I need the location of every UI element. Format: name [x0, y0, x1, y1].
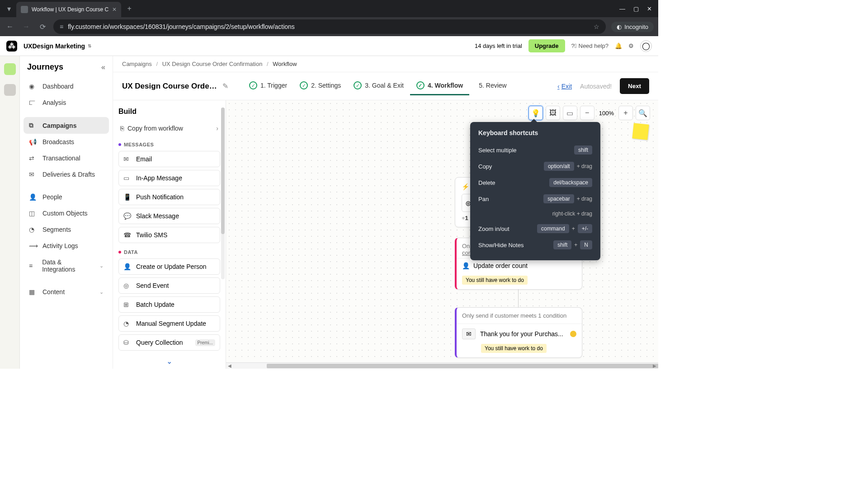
- build-item-push[interactable]: 📱Push Notification: [118, 189, 220, 205]
- build-item-email[interactable]: ✉Email: [118, 151, 220, 167]
- sidebar-item-activity-logs[interactable]: ⟿Activity Logs: [24, 238, 109, 254]
- sidebar-item-analysis[interactable]: ⫍Analysis: [24, 94, 109, 111]
- step-trigger[interactable]: ✓1. Trigger: [243, 77, 293, 95]
- build-item-create-person[interactable]: 👤Create or Update Person: [118, 258, 220, 275]
- shortcuts-button[interactable]: 💡: [528, 106, 543, 120]
- autosaved-status: Autosaved!: [576, 83, 615, 90]
- close-tab-icon[interactable]: ✕: [112, 6, 117, 13]
- page-header: UX Design Course Order Confir... ✎ ✓1. T…: [113, 72, 658, 100]
- search-button[interactable]: 🔍: [636, 106, 650, 120]
- sidebar-item-people[interactable]: 👤People: [24, 189, 109, 205]
- back-button[interactable]: ←: [5, 23, 15, 31]
- sidebar-item-content[interactable]: ▦Content⌄: [24, 284, 109, 300]
- sidebar-item-transactional[interactable]: ⇄Transactional: [24, 150, 109, 166]
- forward-button[interactable]: →: [21, 23, 32, 31]
- reload-button[interactable]: ⟳: [37, 23, 48, 31]
- keycap: del/backspace: [549, 178, 592, 187]
- step-review[interactable]: 5. Review: [469, 77, 513, 95]
- condition-link[interactable]: 1 condition: [538, 312, 566, 319]
- build-item-label: Query Collection: [136, 339, 183, 346]
- url-input[interactable]: ≡ fly.customer.io/workspaces/160831/jour…: [53, 19, 606, 34]
- build-item-query-collection[interactable]: ⛁Query CollectionPremi...: [118, 334, 220, 351]
- build-item-inapp[interactable]: ▭In-App Message: [118, 170, 220, 186]
- horizontal-scrollbar[interactable]: ◀ ▶: [226, 362, 658, 369]
- zoom-in-button[interactable]: +: [618, 106, 633, 120]
- expand-more-button[interactable]: ⌄: [118, 353, 220, 369]
- step-workflow[interactable]: ✓4. Workflow: [410, 77, 469, 95]
- image-button[interactable]: 🖼: [546, 106, 560, 120]
- gauge-icon: ◉: [29, 83, 37, 90]
- build-item-label: Slack Message: [136, 212, 179, 220]
- upgrade-button[interactable]: Upgrade: [528, 39, 565, 52]
- workspace-switcher[interactable]: UXDesign Marketing ⇅: [24, 42, 91, 50]
- breadcrumb-campaigns[interactable]: Campaigns: [122, 61, 152, 67]
- chevron-left-icon: ‹: [557, 83, 560, 90]
- build-item-send-event[interactable]: ◎Send Event: [118, 277, 220, 294]
- tab-list-dropdown[interactable]: ▾: [4, 3, 14, 14]
- rail-journeys-icon[interactable]: [4, 63, 16, 75]
- sidebar-item-deliveries[interactable]: ✉Deliveries & Drafts: [24, 166, 109, 183]
- build-item-segment-update[interactable]: ◔Manual Segment Update: [118, 315, 220, 332]
- sidebar-item-data-integrations[interactable]: ≡Data & Integrations⌄: [24, 254, 109, 277]
- browser-tab[interactable]: Workflow | UX Design Course C ✕: [16, 2, 121, 17]
- maximize-icon[interactable]: ▢: [633, 5, 639, 12]
- site-info-icon[interactable]: ≡: [60, 23, 63, 30]
- sidebar-item-broadcasts[interactable]: 📢Broadcasts: [24, 134, 109, 150]
- step-label: 4. Workflow: [428, 82, 463, 89]
- minimize-icon[interactable]: ―: [619, 5, 625, 12]
- sticky-note[interactable]: [632, 123, 649, 140]
- email-icon: ✉: [123, 155, 132, 163]
- scroll-right-icon[interactable]: ▶: [653, 363, 656, 368]
- panel-scrollbar[interactable]: [221, 108, 225, 279]
- app-logo[interactable]: ⁂: [6, 41, 17, 52]
- person-icon: 👤: [462, 262, 470, 269]
- keycap: shift: [574, 145, 592, 155]
- scroll-left-icon[interactable]: ◀: [228, 363, 231, 368]
- incognito-badge[interactable]: ◐ Incognito: [611, 22, 654, 32]
- sidebar-item-label: Transactional: [42, 155, 80, 162]
- avatar[interactable]: ◯: [640, 40, 652, 52]
- sidebar-item-custom-objects[interactable]: ◫Custom Objects: [24, 205, 109, 221]
- note-button[interactable]: ▭: [563, 106, 577, 120]
- zoom-level: 100%: [597, 110, 616, 117]
- breadcrumb-campaign-name[interactable]: UX Design Course Order Confirmation: [162, 61, 263, 67]
- bookmark-icon[interactable]: ☆: [594, 23, 599, 30]
- sidebar-item-label: Deliveries & Drafts: [42, 171, 95, 178]
- sidebar-item-label: Segments: [42, 226, 71, 233]
- email-node[interactable]: Only send if customer meets 1 condition …: [455, 307, 582, 358]
- sidebar: Journeys « ◉Dashboard ⫍Analysis ⧉Campaig…: [20, 56, 113, 369]
- build-item-slack[interactable]: 💬Slack Message: [118, 208, 220, 224]
- keycap: N: [580, 240, 592, 249]
- transactional-icon: ⇄: [29, 155, 37, 162]
- exit-link[interactable]: ‹Exit: [557, 83, 572, 90]
- edit-title-icon[interactable]: ✎: [222, 82, 228, 90]
- product-rail: [0, 56, 20, 369]
- people-icon: 👤: [29, 193, 37, 201]
- objects-icon: ◫: [29, 210, 37, 217]
- favicon: [21, 6, 28, 13]
- notifications-icon[interactable]: 🔔: [615, 42, 622, 49]
- build-item-twilio[interactable]: ☎Twilio SMS: [118, 227, 220, 243]
- main-content: Campaigns / UX Design Course Order Confi…: [113, 56, 658, 369]
- breadcrumb-current: Workflow: [273, 61, 297, 67]
- step-goal-exit[interactable]: ✓3. Goal & Exit: [347, 77, 410, 95]
- step-settings[interactable]: ✓2. Settings: [293, 77, 347, 95]
- collapse-sidebar-icon[interactable]: «: [101, 63, 105, 71]
- close-window-icon[interactable]: ✕: [647, 5, 652, 12]
- chevron-down-icon: ⌄: [99, 263, 104, 269]
- event-icon: ◎: [123, 282, 132, 289]
- sidebar-item-dashboard[interactable]: ◉Dashboard: [24, 78, 109, 94]
- sidebar-item-campaigns[interactable]: ⧉Campaigns: [24, 117, 109, 134]
- rail-other-icon[interactable]: [4, 84, 16, 96]
- help-icon: ?⃝: [571, 42, 577, 49]
- sidebar-item-segments[interactable]: ◔Segments: [24, 221, 109, 238]
- new-tab-button[interactable]: +: [123, 2, 136, 15]
- settings-icon[interactable]: ⚙: [628, 42, 634, 49]
- zoom-out-button[interactable]: −: [580, 106, 594, 120]
- workflow-canvas[interactable]: ⚡Trigger ◎Course Orders matching 1 attri…: [226, 100, 658, 369]
- scrollbar-thumb[interactable]: [267, 364, 658, 368]
- build-item-batch-update[interactable]: ⊞Batch Update: [118, 296, 220, 313]
- help-button[interactable]: ?⃝ Need help?: [571, 42, 609, 49]
- next-button[interactable]: Next: [620, 78, 649, 94]
- copy-from-workflow[interactable]: ⎘ Copy from workflow ›: [118, 121, 220, 136]
